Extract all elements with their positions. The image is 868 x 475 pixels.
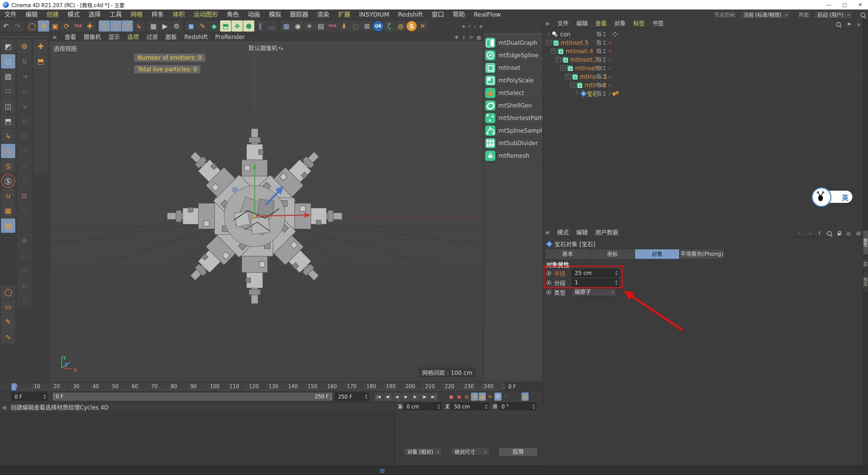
undo-icon[interactable]: ↶ xyxy=(0,20,12,32)
menu-item[interactable]: INSYDIUM xyxy=(355,10,394,20)
rotate-view-icon[interactable]: ⟳ xyxy=(469,35,473,40)
workplane-lock-icon[interactable]: ▦ xyxy=(1,218,15,233)
menu-item[interactable]: 运动图形 xyxy=(189,10,222,20)
modeling-tool-icon[interactable]: ▫ xyxy=(17,278,32,292)
object-tree-row[interactable]: mtInset ✓ xyxy=(543,81,863,89)
menu-item[interactable]: 体积 xyxy=(168,10,189,20)
ime-badge[interactable]: 英 xyxy=(813,190,853,204)
rotation-input[interactable]: 0 ° xyxy=(498,403,536,410)
prev-key-button[interactable]: ◀| xyxy=(383,393,392,401)
viewport-menu-item[interactable]: 面板 xyxy=(161,33,180,41)
viewport-menu-item[interactable]: 查看 xyxy=(61,33,80,41)
separator[interactable] xyxy=(278,20,280,32)
menu-item[interactable]: RealFlow xyxy=(469,10,505,20)
viewport-menu-item[interactable]: 摄像机 xyxy=(80,33,104,41)
expand-toggle-icon[interactable] xyxy=(546,40,551,45)
expand-toggle-icon[interactable]: └ xyxy=(575,91,579,96)
modeling-tool-icon[interactable]: ∷ xyxy=(17,248,32,263)
render-settings-icon[interactable]: ⚙ xyxy=(171,20,182,32)
magnet-icon[interactable]: ∪ xyxy=(1,189,15,203)
empty-slot[interactable] xyxy=(34,84,48,98)
search-icon[interactable] xyxy=(827,231,832,236)
mt-plugin-item[interactable]: mtShellGen xyxy=(484,99,543,112)
mt-plugin-item[interactable]: mtSplineSample xyxy=(484,125,543,137)
object-tree-row[interactable]: mtInset.3 ✓ xyxy=(543,55,863,64)
next-key-button[interactable]: |▶ xyxy=(420,393,429,401)
extrude-icon[interactable]: ⬒ xyxy=(220,20,231,32)
menu-item[interactable]: Redshift xyxy=(394,10,427,20)
enable-state-icon[interactable]: ✓ xyxy=(607,74,613,79)
x-axis-lock-icon[interactable]: Ⓧ xyxy=(99,20,110,32)
make-editable-icon[interactable]: ◩ xyxy=(1,39,15,54)
menu-item[interactable]: 渲染 xyxy=(313,10,334,20)
snap-enable-icon[interactable]: Ⓢ xyxy=(1,144,15,158)
modeling-tool-icon[interactable]: ⊠ xyxy=(17,189,32,203)
keyframe-dot-icon[interactable] xyxy=(546,280,551,285)
target-plugin-icon[interactable]: ◎ xyxy=(395,20,406,32)
rect-select-icon[interactable]: ▭ xyxy=(1,300,15,314)
camera-icon[interactable]: ◉ xyxy=(292,20,303,32)
modeling-tool-icon[interactable]: ⇅ xyxy=(17,54,32,69)
expand-toggle-icon[interactable]: ├ xyxy=(546,32,551,36)
move-axis-icon[interactable]: ✚ xyxy=(84,20,95,32)
modeling-tool-icon[interactable]: ∷ xyxy=(17,293,32,307)
y-axis-lock-icon[interactable]: Ⓨ xyxy=(110,20,121,32)
points-mode-icon[interactable]: ∷ xyxy=(1,84,15,98)
z-axis-lock-icon[interactable]: Ⓩ xyxy=(122,20,133,32)
object-manager-menu-item[interactable]: 标签 xyxy=(629,19,648,28)
object-manager-menu-item[interactable]: 对象 xyxy=(610,19,629,28)
current-frame-input[interactable]: 0 F xyxy=(12,393,47,401)
light-icon[interactable]: ☀ xyxy=(304,20,315,32)
enable-state-icon[interactable]: ✕ xyxy=(607,40,613,45)
empty-slot[interactable] xyxy=(34,144,48,158)
menu-item[interactable]: 扩展 xyxy=(334,10,355,20)
object-tree-row[interactable]: mtInset.2 ✓ xyxy=(543,64,863,72)
edges-mode-icon[interactable]: ◫ xyxy=(1,99,15,113)
node-space-dropdown[interactable]: 当前 (标准/物理) xyxy=(740,11,791,19)
parent-object-icon[interactable]: ↑ xyxy=(817,230,822,236)
record-position-button[interactable]: ✚ xyxy=(471,393,478,401)
viewport-menu-item[interactable]: ProRender xyxy=(211,33,249,41)
viewport-menu-item[interactable]: Redshift xyxy=(180,33,211,41)
symmetry-icon[interactable]: ∥ xyxy=(255,20,266,32)
autokey-button[interactable]: ◉ xyxy=(455,393,462,401)
modeling-tool-icon[interactable]: ∷ xyxy=(17,204,32,218)
search-icon[interactable] xyxy=(861,13,865,17)
object-manager-menu-item[interactable]: 查看 xyxy=(591,19,610,28)
psr-icon[interactable]: PSR xyxy=(327,20,338,32)
workplane-icon[interactable]: ▦ xyxy=(1,204,15,218)
object-name[interactable]: mtInset.4 xyxy=(566,48,593,55)
enable-state-icon[interactable]: ✓ xyxy=(607,82,613,88)
enable-state-icon[interactable]: ✓ xyxy=(607,57,613,62)
search-icon[interactable] xyxy=(836,22,841,27)
modeling-tool-icon[interactable]: ▫ xyxy=(17,114,32,128)
tab-object[interactable]: 对象 xyxy=(635,249,679,259)
expand-toggle-icon[interactable] xyxy=(556,57,561,62)
spline-smooth-icon[interactable]: ∿ xyxy=(1,330,15,344)
material-menu-item[interactable]: 查看 xyxy=(34,404,45,411)
maximize-button[interactable]: ▢ xyxy=(837,0,852,10)
goto-start-button[interactable]: |◀ xyxy=(374,393,383,401)
menu-item[interactable]: 角色 xyxy=(222,10,243,20)
circle-select-icon[interactable]: ◯ xyxy=(1,285,15,299)
material-menu-item[interactable]: Cycles 4D xyxy=(80,404,108,411)
coordinate-system-icon[interactable]: ↳ xyxy=(133,20,144,32)
empty-slot[interactable] xyxy=(34,114,48,128)
menu-item[interactable]: 帮助 xyxy=(448,10,469,20)
mt-plugin-item[interactable]: mtRemesh xyxy=(484,150,543,162)
material-manager-area[interactable] xyxy=(0,412,395,466)
object-name[interactable]: con xyxy=(560,31,571,38)
tab-attributes-vertical[interactable]: 属性 xyxy=(863,231,868,254)
timeline-range-slider[interactable]: 0 F 250 F xyxy=(53,393,332,401)
layer-toggle[interactable] xyxy=(596,57,601,62)
visibility-dots[interactable] xyxy=(603,40,606,45)
mt-plugin-item[interactable]: mtDualGraph xyxy=(484,37,543,49)
visibility-dots[interactable] xyxy=(603,32,606,37)
expand-toggle-icon[interactable] xyxy=(570,82,575,88)
radius-input[interactable]: 25 cm xyxy=(572,269,619,277)
spinner-icon[interactable] xyxy=(437,404,440,410)
object-name[interactable]: mtInset.5 xyxy=(561,39,588,46)
menu-item[interactable]: 窗口 xyxy=(427,10,448,20)
empty-slot[interactable] xyxy=(34,129,48,143)
attribute-menu-item[interactable]: 编辑 xyxy=(572,228,591,237)
